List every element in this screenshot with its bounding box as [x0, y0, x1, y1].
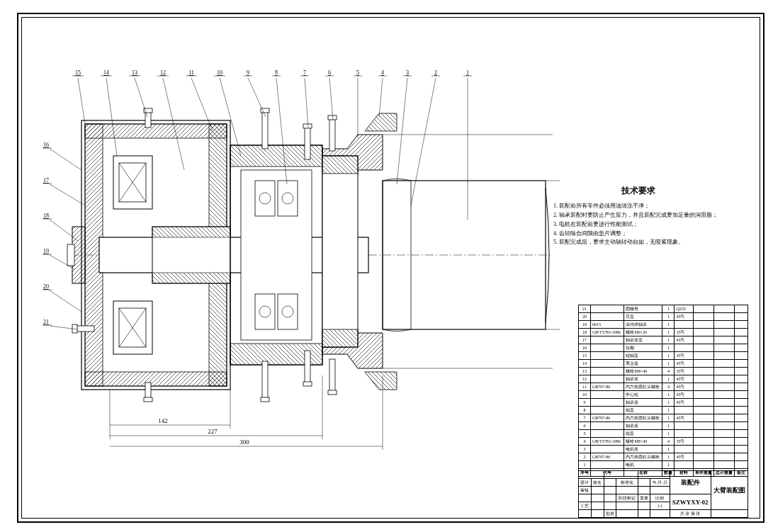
- svg-rect-27: [278, 181, 298, 216]
- table-row: 9轴承座145号: [579, 399, 748, 407]
- svg-line-68: [135, 78, 147, 117]
- drawing-name: 大臂装配图: [711, 471, 747, 510]
- bom-table: 21圆螺母1Q23520压盖145号196015深沟球轴承118GB/T5783…: [578, 305, 748, 477]
- table-row: 4GB/T5783-1986螺栓M8×40435号: [579, 438, 748, 446]
- table-row: 14离合器145号: [579, 360, 748, 368]
- svg-line-82: [50, 184, 85, 205]
- svg-line-74: [305, 78, 308, 128]
- part-type: 装配件: [670, 471, 711, 494]
- svg-rect-46: [144, 397, 152, 402]
- svg-line-77: [379, 78, 383, 117]
- assembly-drawing: 142 227 300: [43, 64, 560, 460]
- drawing-no: SZWYXY-02: [670, 494, 711, 510]
- dim-1: 142: [158, 417, 168, 424]
- table-row: 10中心轮145号: [579, 391, 748, 399]
- svg-rect-43: [329, 119, 335, 151]
- svg-rect-49: [305, 351, 310, 383]
- svg-line-72: [248, 78, 266, 117]
- dim-3: 300: [239, 438, 249, 446]
- tech-item: 5. 装配完成后，要求主动轴转动自如，无咬紧现象。: [553, 238, 723, 247]
- svg-line-79: [411, 78, 436, 205]
- table-row: 8端盖1: [579, 407, 748, 414]
- svg-rect-35: [322, 329, 358, 347]
- table-row: 3电机座1: [579, 446, 748, 453]
- tech-item: 4. 齿轮啮合间隙由垫片调整；: [553, 230, 723, 239]
- svg-rect-53: [77, 326, 94, 332]
- svg-rect-5: [85, 124, 227, 138]
- svg-rect-18: [152, 273, 230, 283]
- table-row: 6轴承座1: [579, 422, 748, 430]
- svg-line-78: [397, 78, 407, 184]
- table-row: 5端盖1: [579, 430, 748, 438]
- svg-rect-37: [145, 112, 151, 128]
- svg-rect-47: [262, 361, 268, 398]
- svg-rect-45: [145, 383, 151, 398]
- dim-2: 227: [208, 428, 218, 435]
- tech-title: 技术要求: [553, 184, 723, 198]
- svg-rect-50: [303, 382, 312, 386]
- svg-rect-44: [328, 115, 337, 120]
- svg-rect-17: [152, 227, 230, 237]
- table-row: 18GB/T5783-1986螺栓M6×20135号: [579, 329, 748, 336]
- table-row: 196015深沟球轴承1: [579, 321, 748, 329]
- svg-line-75: [329, 78, 333, 120]
- svg-line-70: [191, 78, 213, 131]
- svg-rect-25: [255, 181, 275, 216]
- svg-rect-24: [241, 170, 312, 340]
- svg-rect-52: [328, 390, 337, 395]
- svg-rect-34: [322, 156, 358, 174]
- table-row: 11GB797-86内六角圆柱头螺栓445号: [579, 383, 748, 391]
- table-row: 2GB797-86内六角圆柱头螺栓145号: [579, 453, 748, 461]
- svg-rect-33: [322, 156, 358, 347]
- table-row: 13螺栓M8×40435号: [579, 368, 748, 375]
- table-row: 17轴承座盖145号: [579, 336, 748, 344]
- table-row: 1电机1: [579, 461, 748, 469]
- svg-rect-39: [262, 112, 268, 149]
- table-row: 7GB797-86内六角圆柱头螺栓145号: [579, 414, 748, 422]
- svg-line-85: [50, 290, 81, 312]
- svg-rect-20: [67, 244, 74, 266]
- svg-rect-51: [329, 359, 335, 391]
- table-row: 20压盖145号: [579, 313, 748, 321]
- table-row: 15端轴盖135号: [579, 352, 748, 360]
- svg-line-66: [78, 78, 85, 124]
- tech-item: 2. 轴承装配时要防止产生应力，并且装配完成要加足量的润滑脂；: [553, 211, 723, 220]
- svg-rect-48: [261, 397, 269, 402]
- svg-rect-42: [303, 124, 312, 128]
- title-block: 装配件 大臂装配图 设计签名 标准化年.月.日 审核 阶段标记 质量 比例 SZ…: [578, 470, 748, 518]
- tech-item: 1. 装配前所有零件必须用油清洗干净；: [553, 202, 723, 211]
- drawing-svg: 142 227 300: [43, 64, 560, 460]
- svg-rect-41: [305, 128, 310, 159]
- table-row: 12轴承座145号: [579, 375, 748, 383]
- tech-item: 3. 电机在装配前要进行性能测试；: [553, 220, 723, 230]
- svg-rect-31: [278, 294, 298, 329]
- svg-rect-29: [255, 294, 275, 329]
- svg-line-67: [106, 78, 117, 156]
- table-row: 21圆螺母1Q235: [579, 305, 748, 313]
- tech-requirements: 技术要求 1. 装配前所有零件必须用油清洗干净； 2. 轴承装配时要防止产生应力…: [553, 184, 723, 247]
- svg-line-81: [50, 149, 81, 170]
- svg-rect-6: [85, 372, 227, 386]
- table-row: 16齿圈1: [579, 344, 748, 352]
- svg-line-73: [276, 78, 287, 184]
